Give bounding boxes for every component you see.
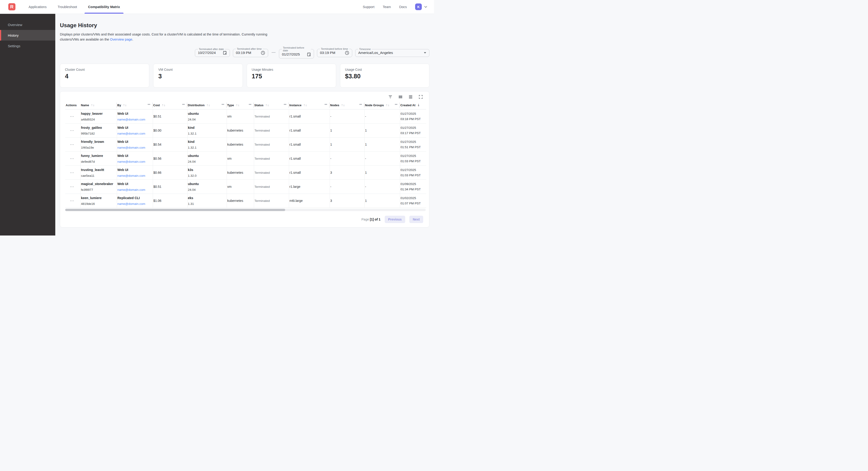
- sidebar-item-history[interactable]: History: [0, 30, 55, 40]
- column-menu-icon[interactable]: [284, 104, 286, 105]
- overview-page-link[interactable]: Overview page: [110, 37, 132, 41]
- column-menu-icon[interactable]: [249, 104, 251, 105]
- sort-desc-icon[interactable]: ↓: [417, 103, 420, 107]
- column-header-by[interactable]: By↑↓: [117, 101, 153, 110]
- chevron-down-icon[interactable]: [424, 5, 428, 9]
- previous-page-button[interactable]: Previous: [385, 216, 405, 223]
- nav-link-docs[interactable]: Docs: [399, 5, 407, 9]
- created-by-email-link[interactable]: name@domain.com: [118, 132, 150, 135]
- fullscreen-icon[interactable]: [418, 95, 423, 99]
- terminated-after-date-value[interactable]: 10/27/2024: [198, 51, 216, 55]
- sidebar-item-overview[interactable]: Overview: [0, 19, 55, 30]
- terminated-after-time-field[interactable]: Terminated after time 03:19 PM: [233, 48, 268, 57]
- created-by-email-link[interactable]: name@domain.com: [118, 174, 150, 177]
- column-header-nodes[interactable]: Nodes↑↓: [330, 101, 365, 110]
- terminated-before-time-value[interactable]: 03:19 PM: [320, 51, 335, 55]
- row-actions-button[interactable]: [66, 186, 78, 187]
- stat-card-vm-count: VM Count 3: [153, 64, 243, 88]
- column-header-created-at[interactable]: Created At↓: [400, 101, 426, 110]
- timezone-value[interactable]: America/Los_Angeles: [358, 51, 393, 55]
- column-header-node-groups[interactable]: Node Groups↑↓: [365, 101, 400, 110]
- sidebar-item-settings[interactable]: Settings: [0, 40, 55, 51]
- column-header-instance[interactable]: Instance↑↓: [289, 101, 330, 110]
- column-menu-icon[interactable]: [222, 104, 224, 105]
- filter-icon[interactable]: [388, 95, 393, 99]
- cell-nodes: 1: [330, 138, 365, 152]
- column-menu-icon[interactable]: [182, 104, 185, 105]
- cell-name: funny_lumierede9ed87d: [81, 152, 117, 166]
- clock-icon[interactable]: [345, 51, 349, 55]
- cell-actions: [65, 180, 81, 194]
- row-actions-button[interactable]: [66, 172, 78, 173]
- row-actions-button[interactable]: [66, 144, 78, 145]
- column-header-type[interactable]: Type↑↓: [227, 101, 254, 110]
- terminated-after-date-field[interactable]: Terminated after date 10/27/2024: [195, 48, 230, 57]
- created-by-email-link[interactable]: name@domain.com: [118, 160, 150, 164]
- app-logo[interactable]: R: [8, 3, 16, 10]
- column-header-actions: Actions: [65, 101, 81, 110]
- nav-tab-compatibility-matrix[interactable]: Compatibility Matrix: [85, 0, 123, 13]
- sort-arrows-icon[interactable]: ↑↓: [385, 104, 389, 107]
- page-indicator-value: [1] of 1: [370, 217, 380, 221]
- cell-created-at: 01/27/202501:51 PM PST: [400, 138, 426, 152]
- column-menu-icon[interactable]: [148, 104, 150, 105]
- calendar-icon[interactable]: [307, 52, 311, 56]
- sort-arrows-icon[interactable]: ↑↓: [91, 104, 94, 107]
- column-label: Nodes: [330, 104, 339, 107]
- nav-link-team[interactable]: Team: [383, 5, 391, 9]
- created-by-email-link[interactable]: name@domain.com: [118, 202, 150, 206]
- cell-by: Web UIname@domain.com: [117, 166, 153, 180]
- nav-link-support[interactable]: Support: [363, 5, 375, 9]
- cell-nodes: 3: [330, 194, 365, 208]
- cluster-name: trusting_leavitt: [81, 168, 115, 172]
- distribution-name: ubuntu: [188, 112, 224, 115]
- column-header-distribution[interactable]: Distribution↑↓: [187, 101, 227, 110]
- row-actions-button[interactable]: [66, 201, 78, 201]
- scrollbar-thumb[interactable]: [65, 209, 285, 211]
- column-header-name[interactable]: Name↑↓: [81, 101, 117, 110]
- column-header-cost[interactable]: Cost↑↓: [153, 101, 187, 110]
- created-by-email-link[interactable]: name@domain.com: [118, 188, 150, 192]
- column-menu-icon[interactable]: [395, 104, 397, 105]
- horizontal-scrollbar[interactable]: [65, 209, 426, 211]
- caret-down-icon[interactable]: [424, 52, 426, 54]
- column-menu-icon[interactable]: [324, 104, 327, 105]
- column-label: Type: [227, 104, 234, 107]
- column-menu-icon[interactable]: [359, 104, 362, 105]
- sort-arrows-icon[interactable]: ↑↓: [303, 104, 307, 107]
- density-icon[interactable]: [408, 95, 413, 99]
- terminated-after-time-value[interactable]: 03:19 PM: [236, 51, 251, 55]
- row-actions-button[interactable]: [66, 130, 78, 131]
- sort-arrows-icon[interactable]: ↑↓: [161, 104, 165, 107]
- sort-arrows-icon[interactable]: ↑↓: [123, 104, 126, 107]
- stat-card-usage-minutes: Usage Minutes 175: [247, 64, 336, 88]
- terminated-before-date-value[interactable]: 01/27/2025: [282, 52, 300, 56]
- cell-cost: $0.66: [153, 166, 187, 180]
- distribution-name: k3s: [188, 168, 224, 172]
- nav-tab-troubleshoot[interactable]: Troubleshoot: [54, 0, 81, 13]
- terminated-before-time-label: Terminated before time: [320, 48, 349, 51]
- sort-arrows-icon[interactable]: ↑↓: [236, 104, 239, 107]
- row-actions-button[interactable]: [66, 158, 78, 159]
- nav-tab-applications[interactable]: Applications: [25, 0, 50, 13]
- created-date: 01/27/2025: [401, 140, 424, 144]
- terminated-before-time-field[interactable]: Terminated before time 03:19 PM: [317, 48, 352, 57]
- created-by-email-link[interactable]: name@domain.com: [118, 146, 150, 149]
- clock-icon[interactable]: [261, 51, 265, 55]
- calendar-icon[interactable]: [223, 51, 227, 55]
- cell-nodes: 3: [330, 166, 365, 180]
- row-actions-button[interactable]: [66, 116, 78, 117]
- columns-icon[interactable]: [398, 95, 403, 99]
- user-avatar[interactable]: K: [415, 3, 422, 10]
- sort-arrows-icon[interactable]: ↑↓: [265, 104, 269, 107]
- dot-icon: [70, 158, 71, 159]
- cell-instance: r1.small: [289, 110, 330, 123]
- sort-arrows-icon[interactable]: ↑↓: [341, 104, 345, 107]
- timezone-select[interactable]: Timezone America/Los_Angeles: [355, 48, 429, 57]
- created-by-email-link[interactable]: name@domain.com: [118, 118, 150, 121]
- next-page-button[interactable]: Next: [409, 216, 423, 223]
- sort-arrows-icon[interactable]: ↑↓: [206, 104, 210, 107]
- terminated-before-date-field[interactable]: Terminated before date 01/27/2025: [279, 46, 314, 59]
- cell-instance: m6i.large: [289, 194, 330, 208]
- column-header-status[interactable]: Status↑↓: [254, 101, 289, 110]
